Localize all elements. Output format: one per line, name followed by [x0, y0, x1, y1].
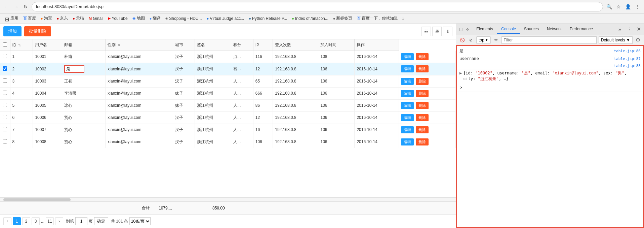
prev-page-button[interactable]: ‹: [3, 217, 11, 225]
expand-arrow[interactable]: ›: [459, 84, 463, 91]
edit-button[interactable]: 编辑: [401, 102, 414, 109]
page-3-button[interactable]: 3: [32, 217, 40, 225]
header-city[interactable]: 城市: [173, 39, 195, 51]
console-eye-button[interactable]: 👁: [493, 37, 499, 43]
devtools-close-button[interactable]: ✕: [635, 25, 643, 33]
back-button[interactable]: ←: [3, 3, 11, 11]
edit-button[interactable]: 编辑: [401, 126, 414, 133]
export-button[interactable]: ⇓: [443, 27, 452, 36]
tab-sources[interactable]: Sources: [520, 25, 543, 34]
row-checkbox[interactable]: [3, 103, 7, 107]
row-checkbox[interactable]: [3, 115, 7, 119]
header-username[interactable]: 用户名: [33, 39, 62, 51]
tab-console[interactable]: Console: [497, 25, 520, 34]
header-checkbox-cell[interactable]: [0, 39, 10, 51]
row-checkbox-cell[interactable]: [0, 87, 10, 99]
header-ip[interactable]: IP: [253, 39, 273, 51]
console-block-button[interactable]: ⊘: [468, 37, 474, 43]
bookmark-youtube[interactable]: ▶ YouTube: [106, 15, 129, 22]
console-link-1[interactable]: table.jsp:86: [614, 49, 641, 53]
bookmark-jd[interactable]: ● 京东: [55, 14, 70, 22]
header-sex[interactable]: 性别 ⇅: [106, 39, 173, 51]
select-all-checkbox[interactable]: [3, 42, 7, 47]
delete-button[interactable]: 删除: [416, 65, 429, 72]
page-1-button[interactable]: 1: [13, 217, 21, 225]
devtools-more-button[interactable]: »: [616, 25, 624, 33]
tab-network[interactable]: Network: [543, 25, 566, 34]
print-button[interactable]: 🖶: [432, 27, 442, 36]
row-checkbox[interactable]: [3, 54, 7, 58]
row-checkbox[interactable]: [3, 66, 7, 71]
next-page-button[interactable]: ›: [55, 217, 63, 225]
row-checkbox-cell[interactable]: [0, 111, 10, 124]
expand-icon[interactable]: ▶: [459, 71, 462, 75]
bookmark-translate[interactable]: ● 翻译: [148, 14, 163, 22]
console-filter-input[interactable]: [501, 36, 597, 44]
search-button[interactable]: 🔍: [605, 3, 613, 11]
header-score[interactable]: 积分: [231, 39, 253, 51]
row-checkbox-cell[interactable]: [0, 63, 10, 75]
horizontal-scrollbar[interactable]: [0, 197, 456, 201]
bookmark-shopping[interactable]: ◈ Shopping - HDU...: [163, 15, 204, 22]
console-link-2[interactable]: table.jsp:87: [614, 57, 641, 61]
row-checkbox[interactable]: [3, 91, 7, 95]
menu-button[interactable]: ⋮: [633, 3, 641, 11]
bookmark-anaconda[interactable]: ● Index of /anacon...: [290, 15, 330, 22]
delete-button[interactable]: 删除: [416, 102, 429, 109]
bookmark-baidusearch[interactable]: 百 百度一下，你就知道: [355, 14, 400, 22]
account-button[interactable]: 👤: [624, 3, 632, 11]
devtools-settings-button[interactable]: ⋮: [625, 25, 633, 33]
add-button[interactable]: 增加: [3, 26, 22, 36]
inspect-element-button[interactable]: □: [457, 26, 464, 33]
bookmark-apps[interactable]: ⊞ 应用: [3, 14, 21, 22]
bookmark-baidu[interactable]: 百 百度: [21, 14, 38, 22]
header-sign[interactable]: 签名: [195, 39, 231, 51]
row-checkbox-cell[interactable]: [0, 124, 10, 136]
console-settings-button[interactable]: ⚙: [635, 37, 641, 43]
delete-button[interactable]: 删除: [416, 53, 429, 60]
page-11-button[interactable]: 11: [46, 217, 54, 225]
console-top-dropdown[interactable]: top ▼: [476, 36, 491, 44]
batch-delete-button[interactable]: 批量删除: [24, 26, 51, 36]
row-checkbox-cell[interactable]: [0, 51, 10, 63]
header-login[interactable]: 登入次数: [273, 39, 318, 51]
page-2-button[interactable]: 2: [22, 217, 30, 225]
header-id[interactable]: ID ⇅: [10, 39, 33, 51]
row-username[interactable]: [62, 63, 106, 75]
bookmark-gmail[interactable]: M Gmail: [87, 15, 106, 22]
device-toolbar-button[interactable]: ⎆: [464, 26, 471, 33]
bookmark-newtab[interactable]: ● 新标签页: [331, 14, 355, 22]
bookmarks-more[interactable]: »: [401, 16, 406, 21]
refresh-button[interactable]: ↻: [22, 3, 30, 11]
goto-confirm-button[interactable]: 确定: [94, 217, 108, 225]
header-email[interactable]: 邮箱: [62, 39, 106, 51]
edit-button[interactable]: 编辑: [401, 78, 414, 85]
row-checkbox-cell[interactable]: [0, 75, 10, 87]
row-checkbox[interactable]: [3, 127, 7, 131]
bookmark-maps[interactable]: ◉ 地图: [130, 14, 147, 22]
bookmark-vjudge[interactable]: ● Virtual Judge acc...: [205, 15, 246, 22]
delete-button[interactable]: 删除: [416, 114, 429, 121]
goto-input[interactable]: [75, 217, 87, 225]
console-link-3[interactable]: table.jsp:88: [614, 64, 641, 68]
delete-button[interactable]: 删除: [416, 78, 429, 85]
console-clear-button[interactable]: 🚫: [459, 37, 466, 43]
row-checkbox[interactable]: [3, 78, 7, 83]
edit-button[interactable]: 编辑: [401, 53, 414, 60]
bookmark-tmall[interactable]: ● 天猫: [71, 14, 86, 22]
edit-button[interactable]: 编辑: [401, 138, 414, 145]
bookmark-button[interactable]: ☆: [614, 3, 622, 11]
per-page-select[interactable]: 10条/页 20条/页 50条/页: [129, 217, 151, 225]
edit-button[interactable]: 编辑: [401, 90, 414, 97]
inline-edit-input[interactable]: [64, 65, 84, 73]
edit-button[interactable]: 编辑: [401, 65, 414, 72]
bookmark-taobao[interactable]: ● 淘宝: [39, 14, 54, 22]
address-bar[interactable]: localhost:8080/layuiDemo/table.jsp: [32, 2, 603, 11]
delete-button[interactable]: 删除: [416, 126, 429, 133]
tab-performance[interactable]: Performance: [566, 25, 597, 34]
delete-button[interactable]: 删除: [416, 138, 429, 145]
header-join[interactable]: 加入时间: [318, 39, 355, 51]
tab-elements[interactable]: Elements: [472, 25, 497, 34]
default-levels-dropdown[interactable]: Default levels ▼: [599, 36, 633, 44]
delete-button[interactable]: 删除: [416, 90, 429, 97]
